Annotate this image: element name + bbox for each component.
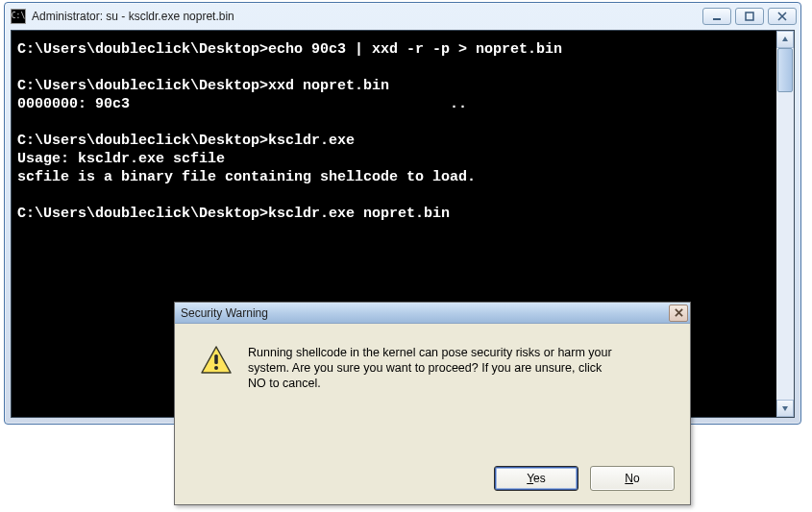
maximize-icon (745, 12, 754, 21)
svg-rect-0 (713, 18, 721, 20)
yes-button[interactable]: Yes (494, 466, 578, 491)
dialog-close-button[interactable] (669, 305, 688, 322)
scroll-track[interactable] (776, 48, 794, 400)
svg-rect-2 (214, 354, 218, 364)
console-line: C:\Users\doubleclick\Desktop>echo 90c3 |… (17, 41, 562, 58)
security-warning-dialog: Security Warning Running shellcode in th… (174, 302, 691, 505)
console-icon-text: C:\ (12, 12, 25, 20)
close-icon (675, 308, 683, 317)
close-icon (777, 12, 787, 21)
dialog-body: Running shellcode in the kernel can pose… (175, 324, 690, 401)
console-line: 0000000: 90c3 .. (17, 96, 467, 112)
chevron-down-icon (781, 404, 789, 412)
console-titlebar[interactable]: C:\ Administrator: su - kscldr.exe nopre… (5, 3, 800, 30)
yes-button-label: Yes (527, 472, 546, 485)
console-title: Administrator: su - kscldr.exe nopret.bi… (32, 10, 702, 23)
minimize-icon (712, 12, 722, 21)
dialog-titlebar[interactable]: Security Warning (175, 303, 690, 324)
dialog-button-row: Yes No (494, 466, 675, 491)
console-line: Usage: kscldr.exe scfile (17, 151, 225, 167)
svg-point-3 (214, 366, 218, 370)
scroll-down-button[interactable] (776, 400, 794, 417)
dialog-title: Security Warning (181, 306, 669, 320)
console-line: C:\Users\doubleclick\Desktop>kscldr.exe (17, 133, 355, 149)
maximize-button[interactable] (735, 8, 764, 25)
close-button[interactable] (768, 8, 797, 25)
console-line: scfile is a binary file containing shell… (17, 169, 476, 185)
console-icon: C:\ (11, 9, 26, 24)
window-buttons (702, 8, 797, 25)
chevron-up-icon (781, 36, 789, 43)
dialog-message: Running shellcode in the kernel can pose… (248, 345, 613, 391)
minimize-button[interactable] (702, 8, 731, 25)
console-line: C:\Users\doubleclick\Desktop>xxd nopret.… (17, 78, 389, 94)
no-button-label: No (625, 472, 639, 485)
scrollbar[interactable] (776, 31, 794, 417)
scroll-up-button[interactable] (776, 31, 794, 48)
console-line: C:\Users\doubleclick\Desktop>kscldr.exe … (17, 206, 450, 222)
no-button[interactable]: No (590, 466, 675, 491)
warning-icon (200, 345, 233, 376)
scroll-thumb[interactable] (777, 48, 793, 92)
svg-rect-1 (746, 12, 753, 20)
